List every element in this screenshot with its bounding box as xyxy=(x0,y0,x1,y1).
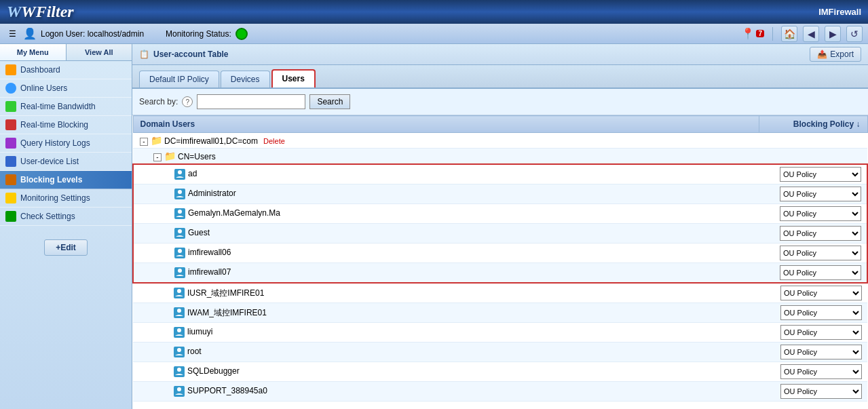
user-icon xyxy=(174,288,185,298)
policy-select[interactable]: OU PolicyDefault PolicyNo PolicyBlock Al… xyxy=(780,226,861,241)
policy-cell: OU PolicyDefault PolicyNo PolicyBlock Al… xyxy=(759,323,867,343)
refresh-button[interactable]: ↺ xyxy=(846,26,863,42)
tab-default-ip[interactable]: Default IP Policy xyxy=(139,71,219,87)
policy-select[interactable]: OU PolicyDefault PolicyNo PolicyBlock Al… xyxy=(780,305,862,320)
policy-select[interactable]: OU PolicyDefault PolicyNo PolicyBlock Al… xyxy=(780,265,861,280)
svg-point-21 xyxy=(177,368,181,372)
logo-text2: WFilter xyxy=(21,3,73,20)
content-header-left: 📋 User-account Table xyxy=(139,50,228,59)
menu-icon[interactable]: ☰ xyxy=(5,27,19,41)
policy-select[interactable]: OU PolicyDefault PolicyNo PolicyBlock Al… xyxy=(780,167,861,182)
tree-row: -📁DC=imfirewall01,DC=comDelete xyxy=(133,133,867,149)
ou-folder-icon: 📁 xyxy=(164,151,176,161)
export-button[interactable]: 📤 Export xyxy=(810,47,861,62)
policy-select[interactable]: OU PolicyDefault PolicyNo PolicyBlock Al… xyxy=(780,187,861,201)
user-cell: imfirewall07 xyxy=(133,263,759,284)
alert-badge[interactable]: 📍 7 xyxy=(741,27,764,40)
query-icon xyxy=(5,138,16,149)
user-icon xyxy=(174,267,185,278)
sidebar-item-blocking-levels[interactable]: Blocking Levels xyxy=(0,171,132,189)
edit-button[interactable]: +Edit xyxy=(44,239,88,256)
sidebar-label-user-device: User-device List xyxy=(20,157,79,166)
svg-point-7 xyxy=(178,229,182,233)
user-cell: root xyxy=(133,343,759,362)
my-menu-tab[interactable]: My Menu xyxy=(0,44,67,60)
sidebar-item-dashboard[interactable]: Dashboard xyxy=(0,61,132,79)
toolbar: ☰ 👤 Logon User: localhost/admin Monitori… xyxy=(0,24,868,44)
ou-cell: -📁CN=Users xyxy=(133,149,759,165)
user-cell: IUSR_域控IMFIRE01 xyxy=(133,283,759,303)
user-icon xyxy=(174,307,185,318)
search-bar: Search by: ? Search xyxy=(132,89,868,115)
user-name: ad xyxy=(188,169,197,178)
sidebar-item-online-users[interactable]: Online Users xyxy=(0,79,132,98)
export-label: Export xyxy=(830,50,854,59)
sidebar-item-user-device[interactable]: User-device List xyxy=(0,153,132,171)
user-cell: SUPPORT_388945a0 xyxy=(133,382,759,402)
sidebar-label-blocking-levels: Blocking Levels xyxy=(20,175,82,184)
sidebar-label-check: Check Settings xyxy=(20,212,75,221)
table-title: User-account Table xyxy=(153,50,228,59)
svg-point-19 xyxy=(177,348,181,352)
user-name: IUSR_域控IMFIRE01 xyxy=(187,288,264,298)
user-icon xyxy=(174,228,185,239)
tree-body: -📁DC=imfirewall01,DC=comDelete-📁CN=Users… xyxy=(133,133,867,402)
policy-select[interactable]: OU PolicyDefault PolicyNo PolicyBlock Al… xyxy=(780,246,861,260)
policy-select[interactable]: OU PolicyDefault PolicyNo PolicyBlock Al… xyxy=(780,345,862,359)
blocking-icon xyxy=(5,119,16,130)
sidebar-tab-bar: My Menu View All xyxy=(0,44,132,61)
user-name: SUPPORT_388945a0 xyxy=(187,386,267,395)
policy-select[interactable]: OU PolicyDefault PolicyNo PolicyBlock Al… xyxy=(780,286,862,300)
dashboard-icon xyxy=(5,64,16,75)
tab-users[interactable]: Users xyxy=(271,69,316,87)
policy-select[interactable]: OU PolicyDefault PolicyNo PolicyBlock Al… xyxy=(780,325,862,340)
user-cell: Guest xyxy=(133,224,759,244)
policy-select[interactable]: OU PolicyDefault PolicyNo PolicyBlock Al… xyxy=(780,206,861,221)
expand-collapse-button[interactable]: - xyxy=(140,138,148,146)
user-name: SQLDebugger xyxy=(187,366,240,376)
list-item: GuestOU PolicyDefault PolicyNo PolicyBlo… xyxy=(133,224,867,244)
help-icon[interactable]: ? xyxy=(182,96,193,107)
user-icon xyxy=(174,208,185,219)
list-item: liumuyiOU PolicyDefault PolicyNo PolicyB… xyxy=(133,323,867,343)
status-indicator xyxy=(235,28,248,40)
user-icon xyxy=(174,189,185,199)
blocking-levels-icon xyxy=(5,174,16,185)
view-all-tab[interactable]: View All xyxy=(67,44,132,60)
app-logo: WWFilter xyxy=(7,3,74,21)
domain-cell: -📁DC=imfirewall01,DC=comDelete xyxy=(133,133,759,149)
search-input[interactable] xyxy=(197,94,305,109)
sidebar: My Menu View All Dashboard Online Users … xyxy=(0,44,132,409)
policy-cell: OU PolicyDefault PolicyNo PolicyBlock Al… xyxy=(759,343,867,362)
forward-button[interactable]: ▶ xyxy=(825,26,841,42)
header-brand: IMFirewall xyxy=(818,7,861,17)
list-item: imfirewall07OU PolicyDefault PolicyNo Po… xyxy=(133,263,867,284)
ou-name: CN=Users xyxy=(178,152,216,161)
tab-devices[interactable]: Devices xyxy=(221,71,270,87)
main-layout: My Menu View All Dashboard Online Users … xyxy=(0,44,868,409)
policy-cell: OU PolicyDefault PolicyNo PolicyBlock Al… xyxy=(759,303,867,323)
back-button[interactable]: ◀ xyxy=(803,26,819,42)
user-name: liumuyi xyxy=(187,327,212,336)
search-button[interactable]: Search xyxy=(309,94,350,109)
sidebar-item-realtime-bandwidth[interactable]: Real-time Bandwidth xyxy=(0,98,132,116)
domain-folder-icon: 📁 xyxy=(151,135,162,146)
delete-link[interactable]: Delete xyxy=(263,137,285,145)
sidebar-scroll: Dashboard Online Users Real-time Bandwid… xyxy=(0,61,132,402)
list-item: SQLDebuggerOU PolicyDefault PolicyNo Pol… xyxy=(133,362,867,382)
policy-select[interactable]: OU PolicyDefault PolicyNo PolicyBlock Al… xyxy=(780,364,862,379)
home-button[interactable]: 🏠 xyxy=(781,26,797,42)
user-cell: Gemalyn.MaGemalyn.Ma xyxy=(133,204,759,224)
tree-row: -📁CN=Users xyxy=(133,149,867,165)
sidebar-item-monitoring-settings[interactable]: Monitoring Settings xyxy=(0,189,132,208)
expand-collapse-button[interactable]: - xyxy=(153,153,162,161)
svg-point-11 xyxy=(178,269,182,273)
sidebar-item-realtime-blocking[interactable]: Real-time Blocking xyxy=(0,116,132,134)
col-domain-users: Domain Users xyxy=(133,116,759,133)
list-item: rootOU PolicyDefault PolicyNo PolicyBloc… xyxy=(133,343,867,362)
policy-select[interactable]: OU PolicyDefault PolicyNo PolicyBlock Al… xyxy=(780,384,862,399)
sidebar-item-query-history[interactable]: Query History Logs xyxy=(0,134,132,153)
sidebar-item-check-settings[interactable]: Check Settings xyxy=(0,208,132,226)
user-cell: Administrator xyxy=(133,184,759,204)
alert-icon: 📍 xyxy=(741,27,755,40)
